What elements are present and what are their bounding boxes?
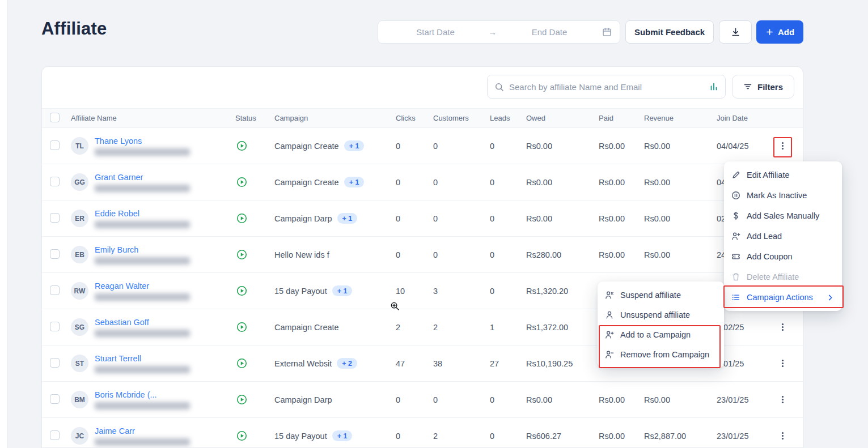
download-icon bbox=[731, 27, 740, 37]
clicks-value: 47 bbox=[396, 359, 433, 368]
arrow-right-icon: → bbox=[485, 27, 500, 37]
affiliates-card: Filters Affiliate NameStatusCampaignClic… bbox=[41, 66, 803, 448]
search-input[interactable] bbox=[509, 82, 704, 92]
row-checkbox[interactable] bbox=[50, 285, 60, 295]
add-button[interactable]: Add bbox=[756, 20, 803, 44]
table-header-row: Affiliate NameStatusCampaignClicksCustom… bbox=[42, 108, 803, 128]
clicks-value: 0 bbox=[396, 214, 433, 223]
avatar: EB bbox=[71, 246, 88, 263]
select-all-checkbox[interactable] bbox=[50, 113, 60, 122]
row-checkbox[interactable] bbox=[50, 140, 60, 150]
pause-circle-icon bbox=[731, 191, 740, 200]
table-row: ER Eddie Robel Campaign Darp + 1 0 0 0 R… bbox=[42, 200, 803, 237]
campaign-name: Campaign Create bbox=[274, 323, 339, 332]
row-actions-kebab[interactable] bbox=[773, 427, 791, 445]
row-actions-kebab[interactable] bbox=[773, 318, 791, 336]
row-checkbox[interactable] bbox=[50, 430, 60, 440]
table-row: EB Emily Burch Hello New ids f 0 0 0 Rs2… bbox=[42, 237, 803, 273]
row-checkbox[interactable] bbox=[50, 213, 60, 223]
menu-item-mark-as-inactive[interactable]: Mark As Inactive bbox=[724, 185, 842, 206]
affiliate-name-link[interactable]: Eddie Robel bbox=[95, 209, 190, 218]
paid-value: Rs0.00 bbox=[599, 214, 644, 223]
affiliate-name-link[interactable]: Emily Burch bbox=[95, 245, 190, 254]
campaign-name: Campaign Darp bbox=[274, 395, 332, 404]
table-row: GG Grant Garner Campaign Create + 1 0 0 … bbox=[42, 164, 803, 200]
revenue-value: Rs2,887.00 bbox=[644, 432, 717, 441]
campaign-count-badge: + 1 bbox=[337, 213, 358, 224]
column-header-join-date: Join Date bbox=[717, 114, 773, 122]
leads-value: 0 bbox=[490, 395, 526, 404]
end-date-input[interactable] bbox=[500, 27, 599, 37]
affiliate-name-link[interactable]: Grant Garner bbox=[95, 173, 190, 182]
play-status-icon bbox=[236, 249, 247, 260]
table-row: BM Boris Mcbride (... Campaign Darp 0 0 … bbox=[42, 382, 803, 418]
leads-value: 0 bbox=[490, 214, 526, 223]
play-status-icon bbox=[236, 394, 247, 405]
campaign-name: Campaign Create bbox=[274, 142, 339, 151]
menu-item-campaign-actions[interactable]: Campaign Actions bbox=[724, 287, 842, 308]
paid-value: Rs0.00 bbox=[599, 250, 644, 259]
submenu-item-unsuspend-affiliate[interactable]: Unsuspend affiliate bbox=[598, 305, 724, 325]
campaign-actions-submenu: Suspend affiliate Unsuspend affiliate Ad… bbox=[598, 281, 724, 368]
menu-item-add-coupon[interactable]: Add Coupon bbox=[724, 246, 842, 267]
paid-value: Rs0.00 bbox=[599, 178, 644, 187]
column-header-affiliate-name: Affiliate Name bbox=[71, 114, 235, 122]
search-icon bbox=[494, 82, 504, 92]
row-checkbox[interactable] bbox=[50, 177, 60, 186]
customers-value: 3 bbox=[433, 287, 490, 296]
plus-icon bbox=[765, 28, 774, 36]
menu-item-label: Mark As Inactive bbox=[747, 191, 807, 200]
redacted-email bbox=[95, 257, 190, 264]
row-checkbox[interactable] bbox=[50, 322, 60, 331]
row-actions-kebab[interactable] bbox=[773, 355, 791, 373]
row-checkbox[interactable] bbox=[50, 394, 60, 404]
leads-value: 1 bbox=[490, 323, 526, 332]
barchart-icon[interactable] bbox=[709, 82, 718, 91]
affiliate-name-link[interactable]: Boris Mcbride (... bbox=[95, 390, 190, 399]
row-context-menu: Edit Affiliate Mark As Inactive Add Sale… bbox=[724, 161, 842, 311]
calendar-icon[interactable] bbox=[602, 27, 612, 37]
owed-value: Rs280.00 bbox=[526, 250, 599, 259]
affiliate-name-link[interactable]: Thane Lyons bbox=[95, 136, 190, 146]
affiliate-name-link[interactable]: Jaime Carr bbox=[95, 426, 190, 436]
menu-item-add-lead[interactable]: Add Lead bbox=[724, 226, 842, 246]
campaign-count-badge: + 1 bbox=[344, 140, 365, 151]
person-x-icon bbox=[605, 291, 614, 300]
owed-value: Rs0.00 bbox=[526, 214, 599, 223]
redacted-email bbox=[95, 293, 190, 301]
column-header-owed: Owed bbox=[526, 114, 599, 122]
download-button[interactable] bbox=[719, 20, 752, 44]
play-status-icon bbox=[236, 322, 247, 332]
row-actions-kebab[interactable] bbox=[773, 137, 791, 155]
owed-value: Rs0.00 bbox=[526, 178, 599, 187]
leads-value: 0 bbox=[490, 250, 526, 259]
play-status-icon bbox=[236, 140, 247, 151]
menu-item-edit-affiliate[interactable]: Edit Affiliate bbox=[724, 165, 842, 185]
affiliate-name-link[interactable]: Stuart Terrell bbox=[95, 354, 190, 363]
redacted-email bbox=[95, 330, 190, 337]
menu-item-add-sales-manually[interactable]: Add Sales Manually bbox=[724, 206, 842, 226]
avatar: ST bbox=[71, 355, 88, 372]
customers-value: 2 bbox=[433, 323, 490, 332]
row-checkbox[interactable] bbox=[50, 358, 60, 368]
menu-item-delete-affiliate[interactable]: Delete Affiliate bbox=[724, 267, 842, 287]
submit-feedback-button[interactable]: Submit Feedback bbox=[625, 20, 714, 44]
submenu-item-remove-from-campaign[interactable]: Remove from Campaign bbox=[598, 344, 724, 364]
filters-button[interactable]: Filters bbox=[732, 75, 794, 99]
person-minus-icon bbox=[605, 350, 614, 359]
row-actions-kebab[interactable] bbox=[773, 391, 791, 409]
customers-value: 38 bbox=[433, 359, 490, 368]
menu-item-label: Add Coupon bbox=[747, 252, 793, 261]
affiliate-name-link[interactable]: Reagan Walter bbox=[95, 281, 190, 291]
submenu-item-suspend-affiliate[interactable]: Suspend affiliate bbox=[598, 285, 724, 305]
row-checkbox[interactable] bbox=[50, 249, 60, 259]
affiliate-name-link[interactable]: Sebastian Goff bbox=[95, 318, 190, 327]
campaign-name: Hello New ids f bbox=[274, 250, 329, 259]
revenue-value: Rs0.00 bbox=[644, 250, 717, 259]
avatar: ER bbox=[71, 210, 88, 227]
submenu-item-add-to-a-campaign[interactable]: Add to a Campaign bbox=[598, 325, 724, 344]
start-date-input[interactable] bbox=[386, 27, 485, 37]
revenue-value: Rs0.00 bbox=[644, 142, 717, 151]
filters-button-label: Filters bbox=[757, 82, 783, 92]
owed-value: Rs606.27 bbox=[526, 432, 599, 441]
